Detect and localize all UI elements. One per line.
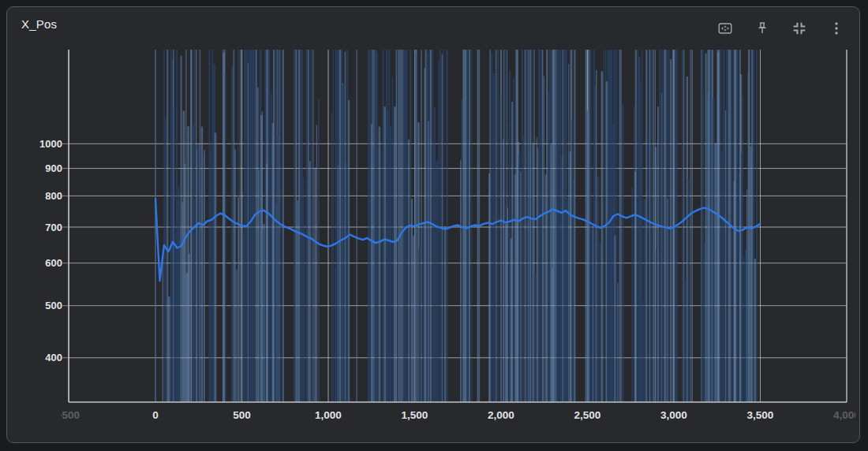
svg-text:3,500: 3,500: [747, 409, 774, 421]
svg-text:2,500: 2,500: [574, 409, 601, 421]
svg-text:4,000: 4,000: [833, 409, 860, 421]
dashboard-background: 4005006007008009001000-50005001,0001,500…: [0, 0, 868, 451]
xpos-time-series-chart[interactable]: 4005006007008009001000-50005001,0001,500…: [0, 0, 868, 451]
kebab-menu-icon[interactable]: [827, 19, 846, 38]
panel-toolbar: [716, 19, 846, 38]
svg-text:2,000: 2,000: [488, 409, 514, 421]
svg-text:-500: -500: [58, 409, 80, 421]
svg-text:1,000: 1,000: [315, 409, 342, 421]
svg-text:3,000: 3,000: [660, 409, 687, 421]
panel-title[interactable]: X_Pos: [21, 17, 57, 31]
svg-text:800: 800: [45, 190, 62, 202]
svg-text:400: 400: [45, 352, 62, 363]
expand-view-icon[interactable]: [716, 19, 735, 38]
collapse-icon[interactable]: [790, 19, 809, 38]
svg-text:700: 700: [45, 222, 62, 233]
svg-text:1,500: 1,500: [402, 409, 428, 421]
svg-text:600: 600: [45, 257, 62, 269]
svg-text:900: 900: [45, 162, 62, 174]
svg-text:500: 500: [45, 300, 62, 311]
svg-text:0: 0: [152, 409, 159, 421]
svg-text:1000: 1000: [39, 138, 62, 150]
pin-icon[interactable]: [753, 19, 772, 38]
svg-text:500: 500: [233, 409, 251, 421]
